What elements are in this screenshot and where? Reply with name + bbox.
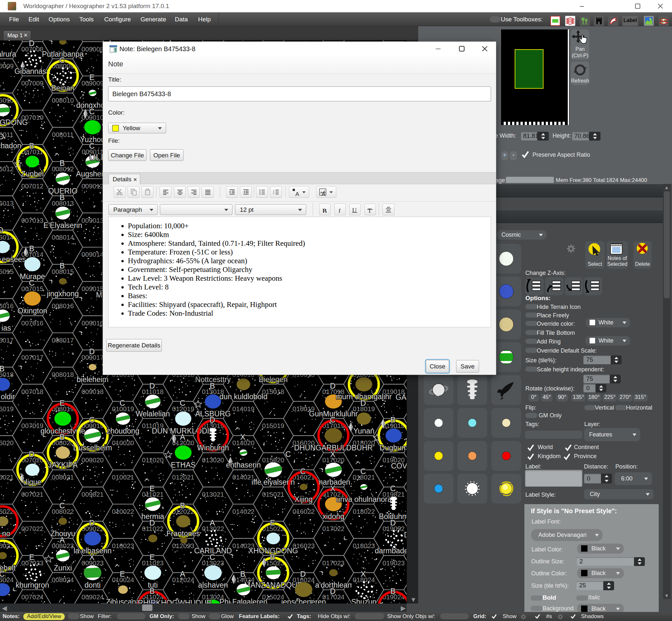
svg-text:Xijing: Xijing xyxy=(295,495,313,503)
svg-text:013021: 013021 xyxy=(202,491,224,498)
svg-text:009016: 009016 xyxy=(82,319,103,327)
svg-text:X: X xyxy=(330,450,335,458)
svg-text:Welalelian: Welalelian xyxy=(136,410,170,418)
svg-text:X: X xyxy=(240,432,245,441)
svg-text:010021: 010021 xyxy=(112,473,134,481)
svg-text:E: E xyxy=(150,484,155,493)
svg-text:C: C xyxy=(89,415,94,424)
svg-text:no: no xyxy=(2,529,10,538)
svg-text:B: B xyxy=(29,141,34,150)
svg-text:A: A xyxy=(59,536,65,544)
svg-text:COVO: COVO xyxy=(391,462,407,470)
svg-text:B: B xyxy=(270,553,275,562)
svg-text:Beinan: Beinan xyxy=(51,84,75,92)
svg-text:D: D xyxy=(89,519,94,527)
svg-text:A: A xyxy=(210,519,215,527)
svg-text:B: B xyxy=(390,415,395,424)
svg-text:ias: ias xyxy=(2,324,11,332)
svg-text:007022: 007022 xyxy=(22,525,43,532)
svg-text:B: B xyxy=(390,587,395,595)
svg-text:010023: 010023 xyxy=(112,542,134,549)
svg-text:017022: 017022 xyxy=(323,525,344,532)
svg-text:JAYKIPA: JAYKIPA xyxy=(48,461,78,469)
svg-text:E: E xyxy=(120,570,125,578)
svg-text:B: B xyxy=(210,381,215,390)
svg-text:X: X xyxy=(361,570,366,578)
svg-text:khurngron: khurngron xyxy=(15,581,49,589)
svg-text:009024: 009024 xyxy=(82,593,103,601)
svg-text:009012: 009012 xyxy=(82,182,103,190)
svg-text:C: C xyxy=(89,141,94,150)
svg-text:019023: 019023 xyxy=(383,559,405,567)
svg-text:018022: 018022 xyxy=(353,508,375,515)
svg-text:C: C xyxy=(300,467,305,475)
svg-text:008016: 008016 xyxy=(52,302,74,309)
svg-text:Frantones: Frantones xyxy=(166,529,200,538)
svg-text:GDONG: GDONG xyxy=(0,118,28,127)
svg-text:006016: 006016 xyxy=(0,302,13,309)
svg-text:009008: 009008 xyxy=(82,45,103,53)
svg-text:B: B xyxy=(59,432,65,441)
svg-text:D: D xyxy=(300,570,305,578)
svg-text:007009: 007009 xyxy=(22,79,43,87)
svg-text:X: X xyxy=(330,484,335,493)
svg-text:017023: 017023 xyxy=(323,559,344,567)
svg-text:008010: 008010 xyxy=(52,96,74,104)
svg-text:ETHAS: ETHAS xyxy=(171,461,196,469)
svg-text:008011: 008011 xyxy=(52,131,74,138)
svg-text:006017: 006017 xyxy=(0,336,13,344)
svg-text:D: D xyxy=(0,226,4,235)
svg-text:C: C xyxy=(360,467,366,475)
svg-text:A: A xyxy=(322,191,325,196)
svg-text:dun kuldlobold: dun kuldlobold xyxy=(219,392,267,401)
svg-text:darmbaden: darmbaden xyxy=(375,546,407,555)
svg-text:GAM: GAM xyxy=(395,393,407,402)
svg-text:B: B xyxy=(180,501,185,510)
svg-text:009014: 009014 xyxy=(82,251,103,258)
svg-text:013020: 013020 xyxy=(202,456,224,464)
svg-text:Yunan: Yunan xyxy=(353,427,374,435)
svg-text:D: D xyxy=(89,347,94,356)
svg-text:Oxington: Oxington xyxy=(17,306,47,315)
svg-text:C: C xyxy=(89,107,94,116)
svg-text:014021: 014021 xyxy=(233,473,254,481)
svg-text:006012: 006012 xyxy=(0,165,13,173)
svg-text:Gibannasa: Gibannasa xyxy=(14,67,50,75)
svg-text:T: T xyxy=(368,207,372,213)
svg-text:D: D xyxy=(29,450,34,458)
svg-text:009013: 009013 xyxy=(82,217,103,224)
svg-text:X: X xyxy=(89,553,94,562)
svg-text:C: C xyxy=(0,570,5,578)
svg-text:C: C xyxy=(59,56,65,65)
svg-text:Winburgh: Winburgh xyxy=(197,444,229,452)
svg-text:alrura: alrura xyxy=(0,50,16,58)
svg-text:008017: 008017 xyxy=(52,336,74,344)
svg-text:015019: 015019 xyxy=(262,422,284,429)
svg-text:D: D xyxy=(330,381,335,390)
svg-text:Dusselheim: Dusselheim xyxy=(73,444,112,452)
svg-text:D: D xyxy=(360,399,366,407)
svg-text:oldir: oldir xyxy=(1,392,15,401)
svg-text:018023: 018023 xyxy=(353,542,375,549)
svg-text:009018: 009018 xyxy=(82,388,103,395)
svg-text:010022: 010022 xyxy=(112,508,134,515)
svg-text:007016: 007016 xyxy=(22,319,43,327)
svg-text:dique: dique xyxy=(23,478,41,486)
svg-text:015021: 015021 xyxy=(262,491,284,498)
svg-text:chadon: chadon xyxy=(0,141,22,150)
svg-text:006020: 006020 xyxy=(0,439,13,447)
svg-text:016022: 016022 xyxy=(293,508,314,515)
svg-text:bieleheim: bieleheim xyxy=(77,375,109,384)
svg-text:MANZANADQUE: MANZANADQUE xyxy=(244,581,302,589)
svg-text:ensees: ensees xyxy=(2,255,26,263)
svg-text:C: C xyxy=(29,279,34,287)
svg-text:E: E xyxy=(59,399,65,407)
svg-text:006015: 006015 xyxy=(0,268,13,275)
svg-text:B: B xyxy=(0,364,4,373)
svg-text:Dughum: Dughum xyxy=(380,444,407,452)
svg-text:007017: 007017 xyxy=(22,354,43,361)
svg-text:Zibuscana: Zibuscana xyxy=(106,598,140,604)
svg-text:B: B xyxy=(59,193,65,202)
svg-text:E: E xyxy=(270,519,275,527)
svg-text:009021: 009021 xyxy=(82,491,103,498)
